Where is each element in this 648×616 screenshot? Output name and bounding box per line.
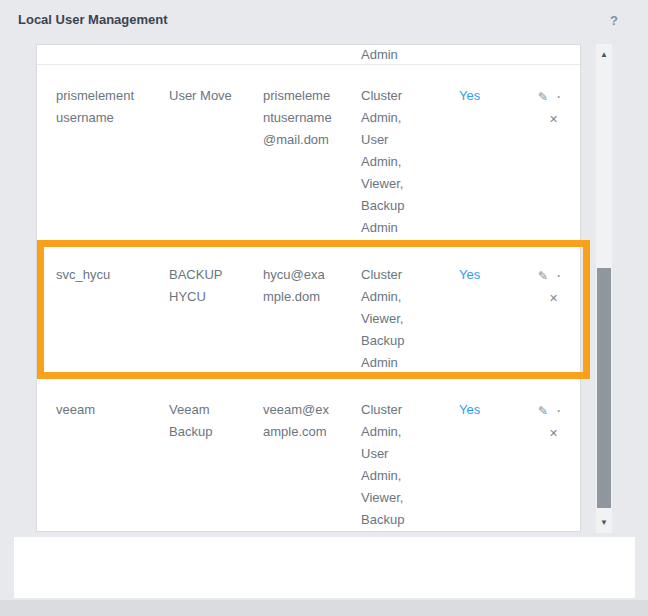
enabled-link[interactable]: Yes <box>459 402 480 417</box>
enabled-cell: Yes <box>440 264 518 286</box>
user-table: Admin prismelementusername User Move pri… <box>36 44 581 532</box>
help-icon[interactable]: ? <box>606 11 622 30</box>
more-icon[interactable]: · <box>557 264 561 288</box>
actions-cell: ✎ · ✕ <box>518 85 581 129</box>
enabled-cell: Yes <box>440 399 518 421</box>
enabled-cell: Yes <box>440 85 518 107</box>
more-icon[interactable]: · <box>557 399 561 423</box>
email-cell: hycu@example.dom <box>244 264 342 308</box>
page-title: Local User Management <box>18 12 168 27</box>
scroll-up-icon[interactable]: ▲ <box>596 44 612 65</box>
scroll-down-icon[interactable]: ▼ <box>596 512 612 533</box>
username-cell: veeam <box>37 399 150 421</box>
table-row: veeam Veeam Backup veeam@example.com Clu… <box>37 379 580 532</box>
roles-cell: Admin <box>342 46 440 64</box>
delete-icon[interactable]: ✕ <box>538 288 581 308</box>
delete-icon[interactable]: ✕ <box>538 109 581 129</box>
vertical-scrollbar[interactable]: ▲ ▼ <box>596 44 612 533</box>
footer-panel <box>14 537 635 598</box>
email-cell: prismelementusername@mail.dom <box>244 85 342 151</box>
email-cell: veeam@example.com <box>244 399 342 443</box>
username-cell: svc_hycu <box>37 264 150 286</box>
scrollbar-thumb[interactable] <box>597 268 611 508</box>
edit-icon[interactable]: ✎ <box>538 264 548 288</box>
edit-icon[interactable]: ✎ <box>538 85 548 109</box>
actions-cell: ✎ · ✕ <box>518 264 581 308</box>
display-name-cell: Veeam Backup <box>150 399 244 443</box>
roles-cell: Cluster Admin, Viewer, Backup Admin <box>342 264 440 374</box>
table-row-partial: Admin <box>37 45 580 65</box>
bottom-strip <box>0 600 648 616</box>
enabled-link[interactable]: Yes <box>459 267 480 282</box>
roles-cell: Cluster Admin, User Admin, Viewer, Backu… <box>342 399 440 532</box>
display-name-cell: BACKUP HYCU <box>150 264 244 308</box>
actions-cell: ✎ · ✕ <box>518 399 581 443</box>
roles-cell: Cluster Admin, User Admin, Viewer, Backu… <box>342 85 440 239</box>
username-cell: prismelementusername <box>37 85 150 129</box>
delete-icon[interactable]: ✕ <box>538 423 581 443</box>
more-icon[interactable]: · <box>557 85 561 109</box>
enabled-link[interactable]: Yes <box>459 88 480 103</box>
table-row-highlighted: svc_hycu BACKUP HYCU hycu@example.dom Cl… <box>37 244 580 379</box>
display-name-cell: User Move <box>150 85 244 107</box>
edit-icon[interactable]: ✎ <box>538 399 548 423</box>
table-row: prismelementusername User Move prismelem… <box>37 65 580 244</box>
